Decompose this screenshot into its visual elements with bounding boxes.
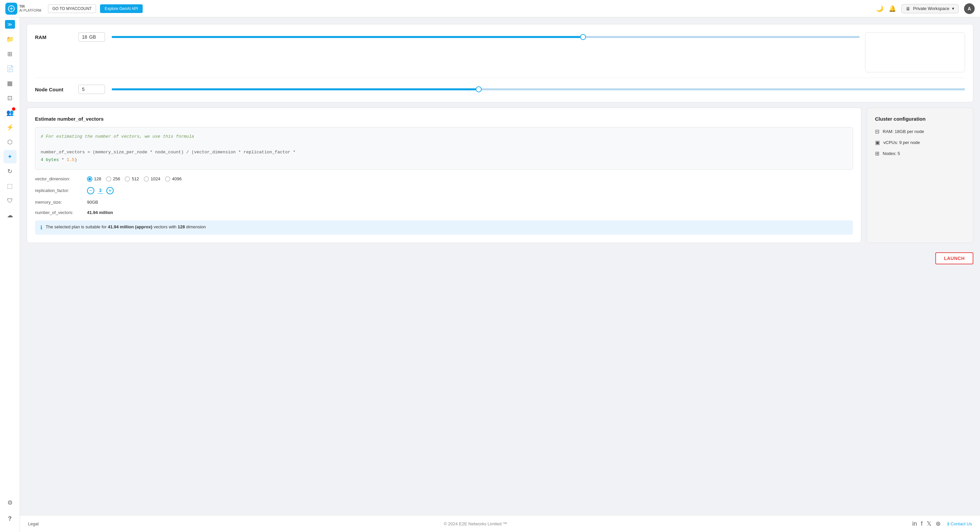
ram-label: RAM <box>35 34 72 40</box>
workspace-icon: 🖥 <box>906 6 910 11</box>
workspace-button[interactable]: 🖥 Private Workspace ▾ <box>901 4 959 13</box>
workspace-chevron-icon: ▾ <box>952 6 955 11</box>
memory-label: memory_size: <box>35 200 82 205</box>
estimate-card: Estimate number_of_vectors # For estimat… <box>27 108 861 243</box>
radio-circle-512 <box>125 176 130 182</box>
ram-slider-fill <box>112 36 583 38</box>
radio-256[interactable]: 256 <box>106 176 120 182</box>
users-badge <box>12 107 15 111</box>
vectors-label: number_of_vectors: <box>35 210 82 215</box>
sidebar-item-grid[interactable]: ⊡ <box>3 91 17 105</box>
node-count-value-box: 5 <box>78 84 105 94</box>
cluster-config-card: Cluster configuration ⊟ RAM: 18GB per no… <box>867 108 973 243</box>
code-line3: 4 bytes * 1.5) <box>41 156 847 164</box>
sidebar-item-cloud[interactable]: ☁ <box>3 209 17 222</box>
info-icon: ℹ <box>40 225 42 231</box>
facebook-icon[interactable]: f <box>921 520 923 527</box>
radio-1024[interactable]: 1024 <box>144 176 160 182</box>
vector-dimension-row: vector_dimension: 128 256 512 <box>35 176 853 182</box>
header: TIRAI PLATFORM GO TO MYACCOUNT Explore G… <box>0 0 980 18</box>
ram-cluster-icon: ⊟ <box>875 128 879 135</box>
logo-icon <box>5 3 18 15</box>
replication-label: replication_factor: <box>35 188 82 193</box>
sidebar-item-network[interactable]: ⚡ <box>3 121 17 134</box>
node-count-label: Node Count <box>35 87 72 92</box>
ram-unit: GB <box>89 34 96 40</box>
info-box: ℹ The selected plan is suitable for 41.9… <box>35 220 853 235</box>
sidebar: ≫ 📁 ⊞ 📄 ▦ ⊡ 👥 ⚡ ⬡ ✦ ↻ ⬚ 🛡 ☁ ⚙ ? <box>0 18 20 532</box>
sidebar-item-table[interactable]: ▦ <box>3 76 17 90</box>
node-count-value: 5 <box>82 87 85 92</box>
info-text: The selected plan is suitable for 41.94 … <box>46 225 206 229</box>
contact-icon: ℹ <box>947 521 949 526</box>
launch-button[interactable]: LAUNCH <box>935 252 973 264</box>
cluster-ram-row: ⊟ RAM: 18GB per node <box>875 128 965 135</box>
genai-button[interactable]: Explore GenAI API <box>100 4 143 13</box>
cluster-vcpu-label: vCPUs: 9 per node <box>883 140 920 145</box>
vectors-row: number_of_vectors: 41.94 million <box>35 210 853 215</box>
memory-value: 90GB <box>87 200 98 205</box>
node-count-slider-thumb[interactable] <box>476 86 482 92</box>
ram-slider-thumb[interactable] <box>580 34 586 40</box>
node-count-row: Node Count 5 <box>35 78 965 94</box>
replication-stepper: − 3 + <box>87 187 114 194</box>
sidebar-item-users[interactable]: 👥 <box>3 106 17 119</box>
ram-config-card: RAM 18 GB Node Count <box>27 24 973 102</box>
replication-factor-row: replication_factor: − 3 + <box>35 187 853 194</box>
estimate-title: Estimate number_of_vectors <box>35 116 853 122</box>
radio-4096[interactable]: 4096 <box>165 176 182 182</box>
main-content: RAM 18 GB Node Count <box>20 18 980 515</box>
footer-social: in f 𝕏 ⊛ <box>912 520 941 527</box>
header-icons: 🌙 🔔 🖥 Private Workspace ▾ A <box>876 3 975 14</box>
code-block: # For estimating the number of vectors, … <box>35 127 853 170</box>
workspace-label: Private Workspace <box>913 6 949 11</box>
radio-512[interactable]: 512 <box>125 176 139 182</box>
theme-icon[interactable]: 🌙 <box>876 5 883 12</box>
vcpu-cluster-icon: ▣ <box>875 139 880 146</box>
sidebar-bottom: ⚙ ? <box>3 496 17 529</box>
sidebar-toggle[interactable]: ≫ <box>5 20 15 29</box>
sidebar-item-dashboard[interactable]: ⊞ <box>3 47 17 61</box>
logo: TIRAI PLATFORM <box>5 3 41 15</box>
vector-dimension-label: vector_dimension: <box>35 176 82 182</box>
radio-circle-256 <box>106 176 111 182</box>
sidebar-item-help[interactable]: ? <box>3 512 17 525</box>
ram-value-box: 18 GB <box>78 32 105 41</box>
footer-legal[interactable]: Legal <box>28 521 39 526</box>
memory-size-row: memory_size: 90GB <box>35 200 853 205</box>
footer: Legal © 2024 E2E Networks Limited ™ in f… <box>20 515 980 532</box>
cluster-config-title: Cluster configuration <box>875 116 965 122</box>
sidebar-item-pipeline[interactable]: ↻ <box>3 165 17 178</box>
twitter-icon[interactable]: 𝕏 <box>927 520 932 527</box>
rss-icon[interactable]: ⊛ <box>935 520 941 527</box>
replication-decrease-button[interactable]: − <box>87 187 94 194</box>
cluster-ram-label: RAM: 18GB per node <box>883 129 924 134</box>
sidebar-item-shield[interactable]: 🛡 <box>3 194 17 207</box>
node-count-slider-track <box>112 88 965 90</box>
radio-128[interactable]: 128 <box>87 176 101 182</box>
node-count-slider-container[interactable] <box>112 86 965 93</box>
ram-slider-track <box>112 36 860 38</box>
contact-us-button[interactable]: ℹ Contact Us <box>947 521 972 526</box>
linkedin-icon[interactable]: in <box>912 520 917 527</box>
code-line2: number_of_vectors = (memory_size_per_nod… <box>41 148 847 156</box>
right-panel <box>865 32 965 72</box>
sidebar-item-container[interactable]: ⬚ <box>3 179 17 193</box>
avatar[interactable]: A <box>964 3 975 14</box>
sidebar-item-cluster[interactable]: ⬡ <box>3 135 17 149</box>
radio-circle-4096 <box>165 176 170 182</box>
notification-icon[interactable]: 🔔 <box>889 5 896 12</box>
sidebar-item-vector[interactable]: ✦ <box>3 150 17 163</box>
contact-label: Contact Us <box>951 521 972 526</box>
radio-circle-128 <box>87 176 92 182</box>
replication-increase-button[interactable]: + <box>107 187 114 194</box>
launch-area: LAUNCH <box>27 248 973 268</box>
sidebar-item-folder[interactable]: 📁 <box>3 33 17 46</box>
logo-text: TIRAI PLATFORM <box>19 5 41 13</box>
cluster-nodes-label: Nodes: 5 <box>883 151 900 156</box>
myaccount-button[interactable]: GO TO MYACCOUNT <box>48 4 96 13</box>
cluster-vcpu-row: ▣ vCPUs: 9 per node <box>875 139 965 146</box>
sidebar-item-settings[interactable]: ⚙ <box>3 496 17 509</box>
ram-slider-container[interactable] <box>112 33 860 40</box>
sidebar-item-document[interactable]: 📄 <box>3 62 17 75</box>
